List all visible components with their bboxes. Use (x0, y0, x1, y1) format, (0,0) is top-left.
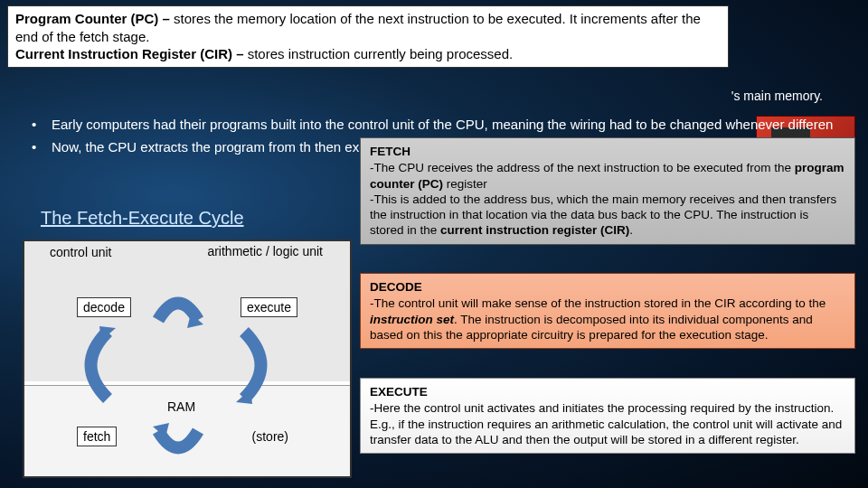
decode-body: -The control unit will make sense of the… (370, 296, 845, 343)
fetch-heading: FETCH (370, 144, 845, 159)
execute-box: execute (241, 297, 297, 317)
decode-box: decode (77, 297, 131, 317)
execute-body: -Here the control unit activates and ini… (370, 400, 845, 447)
pc-label: Program Counter (PC) – (15, 11, 174, 26)
decode-stage-box: DECODE -The control unit will make sense… (360, 273, 855, 349)
background-text-fragment: 's main memory. (731, 89, 823, 103)
fetch-stage-box: FETCH -The CPU receives the address of t… (360, 137, 855, 245)
arrow-decode-to-execute (151, 279, 205, 333)
decode-heading: DECODE (370, 279, 845, 295)
fetch-execute-title: The Fetch-Execute Cycle (41, 208, 244, 229)
execute-heading: EXECUTE (370, 384, 845, 399)
fetch-box: fetch (77, 427, 117, 446)
bullet-1: Early computers had their programs built… (52, 116, 833, 133)
bullet-icon: • (32, 138, 52, 155)
arrow-fetch-to-decode (71, 324, 121, 406)
arrow-execute-to-store (231, 324, 280, 406)
cir-label: Current Instruction Register (CIR) – (15, 46, 248, 61)
fetch-body: -The CPU receives the address of the nex… (370, 160, 845, 238)
store-label: (store) (252, 429, 288, 444)
execute-stage-box: EXECUTE -Here the control unit activates… (360, 378, 855, 454)
definitions-box: Program Counter (PC) – stores the memory… (7, 5, 729, 68)
fetch-execute-diagram: control unit arithmetic / logic unit dec… (23, 239, 352, 478)
arrow-store-to-fetch (151, 418, 205, 472)
cir-text: stores instruction currently being proce… (248, 46, 513, 61)
ram-label: RAM (167, 399, 195, 414)
control-unit-label: control unit (50, 245, 111, 259)
alu-label: arithmetic / logic unit (207, 245, 323, 258)
bullet-icon: • (32, 116, 52, 133)
